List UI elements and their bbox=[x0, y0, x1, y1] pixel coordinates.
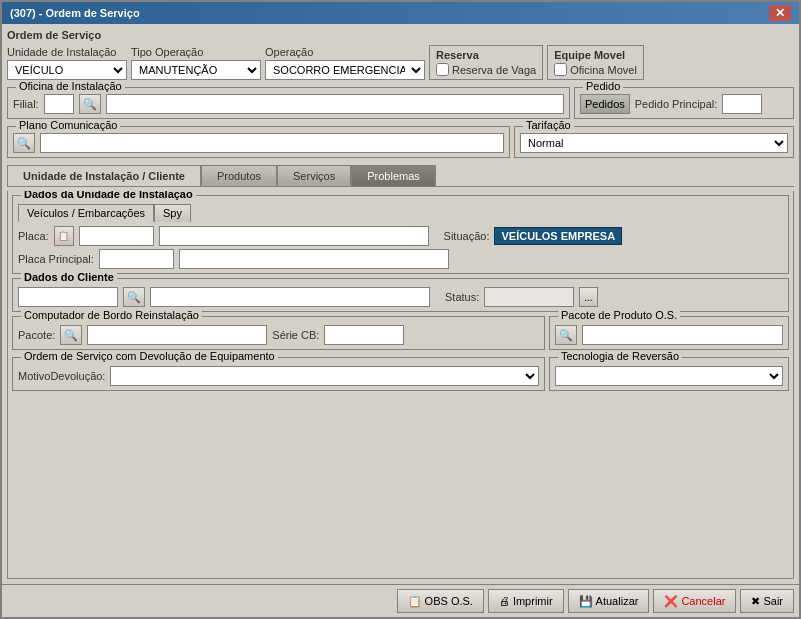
imprimir-button[interactable]: 🖨 Imprimir bbox=[488, 589, 564, 613]
reserva-vaga-area: Reserva de Vaga bbox=[436, 63, 536, 76]
bottom-bar: 📋 OBS O.S. 🖨 Imprimir 💾 Atualizar ❌ Canc… bbox=[2, 584, 799, 617]
obs-os-label: OBS O.S. bbox=[425, 595, 473, 607]
cliente-codigo-input[interactable]: 04209530948 bbox=[18, 287, 118, 307]
motivo-devolucao-label: MotivoDevolução: bbox=[18, 370, 105, 382]
placa-principal-input[interactable] bbox=[99, 249, 174, 269]
status-input[interactable]: Adimplente bbox=[484, 287, 574, 307]
pedido-principal-input[interactable]: 0 bbox=[722, 94, 762, 114]
main-window: (307) - Ordem de Serviço ✕ Ordem de Serv… bbox=[0, 0, 801, 619]
main-content: Ordem de Serviço Unidade de Instalação V… bbox=[2, 24, 799, 584]
plano-search-button[interactable]: 🔍 bbox=[13, 133, 35, 153]
pacote-produto-input[interactable] bbox=[582, 325, 783, 345]
status-dots-button[interactable]: ... bbox=[579, 287, 597, 307]
filial-name-input[interactable]: FILIAL CHAPECÓ bbox=[106, 94, 564, 114]
pacote-label: Pacote: bbox=[18, 329, 55, 341]
row-2: Oficina de Instalação Filial: 6 🔍 FILIAL… bbox=[7, 87, 794, 119]
computador-bordo-border-label: Computador de Bordo Reinstalação bbox=[21, 309, 202, 321]
obs-os-button[interactable]: 📋 OBS O.S. bbox=[397, 589, 484, 613]
motivo-devolucao-select[interactable] bbox=[110, 366, 539, 386]
sub-tabs-bar: Veículos / Embarcações Spy bbox=[18, 204, 783, 222]
imprimir-label: Imprimir bbox=[513, 595, 553, 607]
tarifacao-row: Normal bbox=[520, 133, 788, 153]
operacao-group: Operação SOCORRO EMERGENCIAL bbox=[265, 46, 425, 80]
dados-cliente-section: Dados do Cliente 04209530948 🔍 SULIMAR R… bbox=[12, 278, 789, 312]
devolucao-tecnologia-row: Ordem de Serviço com Devolução de Equipa… bbox=[12, 357, 789, 391]
placa-input[interactable]: BOP0002 bbox=[79, 226, 154, 246]
atualizar-button[interactable]: 💾 Atualizar bbox=[568, 589, 650, 613]
pacote-produto-border-label: Pacote de Produto O.S. bbox=[558, 309, 680, 321]
computador-bordo-group: Computador de Bordo Reinstalação Pacote:… bbox=[12, 316, 545, 350]
tecnologia-reversao-border-label: Tecnologia de Reversão bbox=[558, 350, 682, 362]
pedidos-button[interactable]: Pedidos bbox=[580, 94, 630, 114]
reserva-vaga-checkbox[interactable] bbox=[436, 63, 449, 76]
ordem-devolucao-group: Ordem de Serviço com Devolução de Equipa… bbox=[12, 357, 545, 391]
pedido-row: Pedidos Pedido Principal: 0 bbox=[580, 94, 788, 114]
placa-row: Placa: 📋 BOP0002 Marca........: BMW - Mo… bbox=[18, 226, 783, 246]
tipo-operacao-label: Tipo Operação bbox=[131, 46, 261, 58]
unidade-instalacao-group: Unidade de Instalação VEÍCULO bbox=[7, 46, 127, 80]
title-bar: (307) - Ordem de Serviço ✕ bbox=[2, 2, 799, 24]
main-tabs-bar: Unidade de Instalação / Cliente Produtos… bbox=[7, 165, 794, 187]
placa-principal-row: Placa Principal: bbox=[18, 249, 783, 269]
plano-input[interactable] bbox=[40, 133, 504, 153]
serie-cb-input[interactable] bbox=[324, 325, 404, 345]
atualizar-label: Atualizar bbox=[596, 595, 639, 607]
row-3: Plano Comunicação 🔍 Tarifação Normal bbox=[7, 126, 794, 158]
cancelar-button[interactable]: ❌ Cancelar bbox=[653, 589, 736, 613]
equipe-movel-group: Equipe Movel Oficina Movel bbox=[547, 45, 644, 80]
computador-search-button[interactable]: 🔍 bbox=[60, 325, 82, 345]
pacote-input[interactable] bbox=[87, 325, 267, 345]
sub-tab-spy[interactable]: Spy bbox=[154, 204, 191, 222]
operacao-select[interactable]: SOCORRO EMERGENCIAL bbox=[265, 60, 425, 80]
tarifacao-group: Tarifação Normal bbox=[514, 126, 794, 158]
pacote-produto-group: Pacote de Produto O.S. 🔍 bbox=[549, 316, 789, 350]
atualizar-icon: 💾 bbox=[579, 595, 593, 608]
section-header-label: Ordem de Serviço bbox=[7, 29, 794, 41]
pacote-produto-search-button[interactable]: 🔍 bbox=[555, 325, 577, 345]
unidade-instalacao-select[interactable]: VEÍCULO bbox=[7, 60, 127, 80]
tab-produtos[interactable]: Produtos bbox=[201, 165, 277, 186]
plano-row: 🔍 bbox=[13, 133, 504, 153]
placa-principal-name-input[interactable] bbox=[179, 249, 449, 269]
oficina-instalacao-border-label: Oficina de Instalação bbox=[16, 80, 125, 92]
oficina-movel-area: Oficina Movel bbox=[554, 63, 637, 76]
dados-unidade-section: Dados da Unidade de Instalação Veículos … bbox=[12, 195, 789, 274]
sair-button[interactable]: ✖ Sair bbox=[740, 589, 794, 613]
filial-search-button[interactable]: 🔍 bbox=[79, 94, 101, 114]
filial-input[interactable]: 6 bbox=[44, 94, 74, 114]
cliente-search-button[interactable]: 🔍 bbox=[123, 287, 145, 307]
marca-input[interactable]: Marca........: BMW - Modelo: Outros bbox=[159, 226, 429, 246]
serie-cb-label: Série CB: bbox=[272, 329, 319, 341]
computador-pacote-row: Computador de Bordo Reinstalação Pacote:… bbox=[12, 316, 789, 350]
placa-label: Placa: bbox=[18, 230, 49, 242]
oficina-movel-checkbox[interactable] bbox=[554, 63, 567, 76]
cancelar-icon: ❌ bbox=[664, 595, 678, 608]
obs-os-icon: 📋 bbox=[408, 595, 422, 608]
tecnologia-reversao-select[interactable] bbox=[555, 366, 783, 386]
dados-unidade-content: Veículos / Embarcações Spy Placa: 📋 BOP0… bbox=[18, 204, 783, 269]
sair-label: Sair bbox=[763, 595, 783, 607]
reserva-group: Reserva Reserva de Vaga bbox=[429, 45, 543, 80]
tipo-operacao-select[interactable]: MANUTENÇÃO bbox=[131, 60, 261, 80]
plano-comunicacao-border-label: Plano Comunicação bbox=[16, 119, 120, 131]
pacote-produto-row: 🔍 bbox=[555, 325, 783, 345]
unidade-instalacao-label: Unidade de Instalação bbox=[7, 46, 127, 58]
placa-search-button[interactable]: 📋 bbox=[54, 226, 74, 246]
sub-tab-veiculos[interactable]: Veículos / Embarcações bbox=[18, 204, 154, 222]
tarifacao-select[interactable]: Normal bbox=[520, 133, 788, 153]
tab-servicos[interactable]: Serviços bbox=[277, 165, 351, 186]
window-title: (307) - Ordem de Serviço bbox=[10, 7, 140, 19]
pedido-principal-label: Pedido Principal: bbox=[635, 98, 718, 110]
reserva-label: Reserva bbox=[436, 49, 536, 61]
operacao-label: Operação bbox=[265, 46, 425, 58]
dados-unidade-border-label: Dados da Unidade de Instalação bbox=[21, 191, 196, 200]
dados-cliente-row: 04209530948 🔍 SULIMAR REGINA PORTO Statu… bbox=[18, 287, 783, 307]
equipe-movel-label: Equipe Movel bbox=[554, 49, 637, 61]
tarifacao-border-label: Tarifação bbox=[523, 119, 574, 131]
plano-comunicacao-group: Plano Comunicação 🔍 bbox=[7, 126, 510, 158]
cliente-nome-input[interactable]: SULIMAR REGINA PORTO bbox=[150, 287, 430, 307]
tab-unidade-instalacao[interactable]: Unidade de Instalação / Cliente bbox=[7, 165, 201, 186]
tecnologia-row bbox=[555, 366, 783, 386]
tab-problemas[interactable]: Problemas bbox=[351, 165, 436, 186]
close-button[interactable]: ✕ bbox=[769, 5, 791, 21]
